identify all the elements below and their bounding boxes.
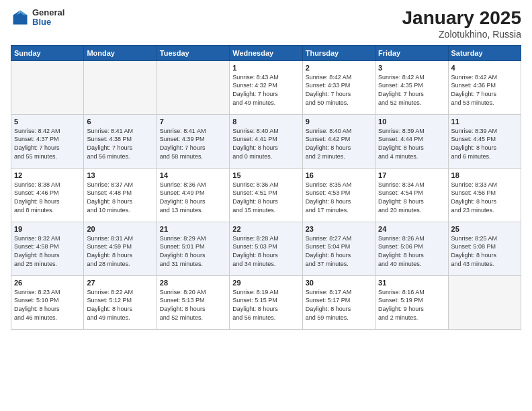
table-row [157,60,229,114]
day-info: Sunrise: 8:20 AMSunset: 5:13 PMDaylight:… [160,288,226,322]
day-number: 17 [378,171,445,179]
header-monday: Monday [84,45,157,60]
logo-icon [11,8,30,27]
day-info: Sunrise: 8:43 AMSunset: 4:32 PMDaylight:… [232,73,299,107]
day-info: Sunrise: 8:26 AMSunset: 5:06 PMDaylight:… [378,234,445,268]
table-row: 28Sunrise: 8:20 AMSunset: 5:13 PMDayligh… [157,275,229,329]
table-row: 19Sunrise: 8:32 AMSunset: 4:58 PMDayligh… [11,222,84,275]
day-number: 6 [87,118,153,126]
day-number: 4 [451,64,518,72]
table-row: 1Sunrise: 8:43 AMSunset: 4:32 PMDaylight… [230,60,302,114]
table-row: 3Sunrise: 8:42 AMSunset: 4:35 PMDaylight… [375,60,448,114]
day-number: 26 [14,279,81,287]
day-info: Sunrise: 8:19 AMSunset: 5:15 PMDaylight:… [232,288,299,322]
table-row: 27Sunrise: 8:22 AMSunset: 5:12 PMDayligh… [84,275,157,329]
calendar-week-row: 12Sunrise: 8:38 AMSunset: 4:46 PMDayligh… [11,168,521,222]
day-number: 29 [232,279,299,287]
day-info: Sunrise: 8:16 AMSunset: 5:19 PMDaylight:… [378,288,445,322]
table-row: 12Sunrise: 8:38 AMSunset: 4:46 PMDayligh… [11,168,84,222]
table-row [11,60,84,114]
table-row: 8Sunrise: 8:40 AMSunset: 4:41 PMDaylight… [230,114,302,168]
table-row: 23Sunrise: 8:27 AMSunset: 5:04 PMDayligh… [302,222,375,275]
day-info: Sunrise: 8:25 AMSunset: 5:08 PMDaylight:… [451,234,518,268]
table-row: 25Sunrise: 8:25 AMSunset: 5:08 PMDayligh… [448,222,521,275]
calendar-table: Sunday Monday Tuesday Wednesday Thursday… [11,45,521,330]
calendar-week-row: 26Sunrise: 8:23 AMSunset: 5:10 PMDayligh… [11,275,521,329]
day-number: 25 [451,225,518,233]
table-row: 6Sunrise: 8:41 AMSunset: 4:38 PMDaylight… [84,114,157,168]
day-info: Sunrise: 8:36 AMSunset: 4:51 PMDaylight:… [232,181,299,214]
table-row: 18Sunrise: 8:33 AMSunset: 4:56 PMDayligh… [448,168,521,222]
header-thursday: Thursday [302,45,375,60]
day-info: Sunrise: 8:41 AMSunset: 4:38 PMDaylight:… [87,127,153,161]
table-row: 30Sunrise: 8:17 AMSunset: 5:17 PMDayligh… [302,275,375,329]
day-info: Sunrise: 8:42 AMSunset: 4:35 PMDaylight:… [378,73,445,107]
day-number: 11 [451,118,518,126]
title-block: January 2025 Zolotukhino, Russia [402,8,521,40]
calendar-page: General Blue January 2025 Zolotukhino, R… [0,0,532,411]
logo-blue-text: Blue [32,17,64,27]
day-number: 21 [160,225,226,233]
day-info: Sunrise: 8:32 AMSunset: 4:58 PMDaylight:… [14,234,81,268]
day-number: 16 [306,171,372,179]
day-info: Sunrise: 8:17 AMSunset: 5:17 PMDaylight:… [306,288,372,322]
table-row: 20Sunrise: 8:31 AMSunset: 4:59 PMDayligh… [84,222,157,275]
day-number: 15 [232,171,299,179]
day-info: Sunrise: 8:34 AMSunset: 4:54 PMDaylight:… [378,181,445,214]
day-info: Sunrise: 8:42 AMSunset: 4:36 PMDaylight:… [451,73,518,107]
header-row: Sunday Monday Tuesday Wednesday Thursday… [11,45,521,60]
day-number: 24 [378,225,445,233]
table-row: 2Sunrise: 8:42 AMSunset: 4:33 PMDaylight… [302,60,375,114]
header: General Blue January 2025 Zolotukhino, R… [11,8,521,40]
logo: General Blue [11,8,64,28]
day-info: Sunrise: 8:22 AMSunset: 5:12 PMDaylight:… [87,288,153,322]
day-number: 27 [87,279,153,287]
day-number: 28 [160,279,226,287]
day-number: 5 [14,118,81,126]
table-row [84,60,157,114]
day-number: 13 [87,171,153,179]
header-tuesday: Tuesday [157,45,229,60]
table-row: 11Sunrise: 8:39 AMSunset: 4:45 PMDayligh… [448,114,521,168]
day-info: Sunrise: 8:42 AMSunset: 4:37 PMDaylight:… [14,127,81,161]
day-info: Sunrise: 8:29 AMSunset: 5:01 PMDaylight:… [160,234,226,268]
table-row: 22Sunrise: 8:28 AMSunset: 5:03 PMDayligh… [230,222,302,275]
day-number: 22 [232,225,299,233]
day-info: Sunrise: 8:35 AMSunset: 4:53 PMDaylight:… [306,181,372,214]
calendar-week-row: 19Sunrise: 8:32 AMSunset: 4:58 PMDayligh… [11,222,521,275]
day-number: 14 [160,171,226,179]
header-sunday: Sunday [11,45,84,60]
table-row: 26Sunrise: 8:23 AMSunset: 5:10 PMDayligh… [11,275,84,329]
header-wednesday: Wednesday [230,45,302,60]
day-number: 7 [160,118,226,126]
table-row: 15Sunrise: 8:36 AMSunset: 4:51 PMDayligh… [230,168,302,222]
day-info: Sunrise: 8:39 AMSunset: 4:45 PMDaylight:… [451,127,518,161]
table-row: 24Sunrise: 8:26 AMSunset: 5:06 PMDayligh… [375,222,448,275]
day-number: 10 [378,118,445,126]
day-number: 8 [232,118,299,126]
table-row: 17Sunrise: 8:34 AMSunset: 4:54 PMDayligh… [375,168,448,222]
day-info: Sunrise: 8:41 AMSunset: 4:39 PMDaylight:… [160,127,226,161]
day-info: Sunrise: 8:33 AMSunset: 4:56 PMDaylight:… [451,181,518,214]
day-info: Sunrise: 8:31 AMSunset: 4:59 PMDaylight:… [87,234,153,268]
table-row: 7Sunrise: 8:41 AMSunset: 4:39 PMDaylight… [157,114,229,168]
table-row: 5Sunrise: 8:42 AMSunset: 4:37 PMDaylight… [11,114,84,168]
day-info: Sunrise: 8:36 AMSunset: 4:49 PMDaylight:… [160,181,226,214]
table-row: 16Sunrise: 8:35 AMSunset: 4:53 PMDayligh… [302,168,375,222]
day-info: Sunrise: 8:27 AMSunset: 5:04 PMDaylight:… [306,234,372,268]
day-info: Sunrise: 8:23 AMSunset: 5:10 PMDaylight:… [14,288,81,322]
day-number: 3 [378,64,445,72]
day-number: 12 [14,171,81,179]
table-row: 10Sunrise: 8:39 AMSunset: 4:44 PMDayligh… [375,114,448,168]
day-info: Sunrise: 8:28 AMSunset: 5:03 PMDaylight:… [232,234,299,268]
day-info: Sunrise: 8:39 AMSunset: 4:44 PMDaylight:… [378,127,445,161]
table-row: 13Sunrise: 8:37 AMSunset: 4:48 PMDayligh… [84,168,157,222]
day-number: 19 [14,225,81,233]
table-row: 9Sunrise: 8:40 AMSunset: 4:42 PMDaylight… [302,114,375,168]
day-number: 1 [232,64,299,72]
day-info: Sunrise: 8:40 AMSunset: 4:42 PMDaylight:… [306,127,372,161]
table-row: 21Sunrise: 8:29 AMSunset: 5:01 PMDayligh… [157,222,229,275]
calendar-title: January 2025 [402,8,521,29]
header-saturday: Saturday [448,45,521,60]
logo-text: General Blue [32,8,64,28]
